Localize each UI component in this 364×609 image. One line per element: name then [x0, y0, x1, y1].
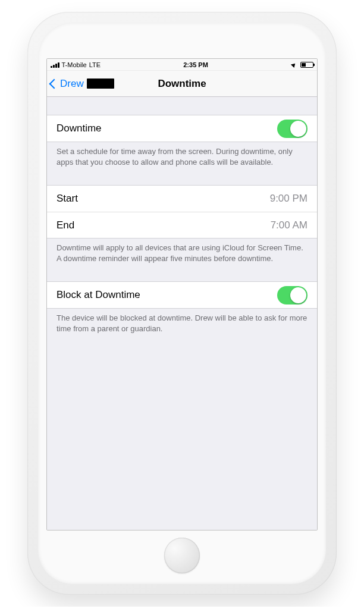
status-bar: T-Mobile LTE 2:35 PM: [47, 59, 317, 71]
block-footer: The device will be blocked at downtime. …: [47, 309, 317, 334]
redacted-text: [87, 79, 114, 89]
block-group: Block at Downtime: [47, 281, 317, 309]
downtime-label: Downtime: [57, 123, 102, 134]
schedule-group: Start 9:00 PM End 7:00 AM: [47, 185, 317, 238]
home-button[interactable]: [164, 538, 200, 573]
start-value: 9:00 PM: [270, 193, 307, 205]
start-label: Start: [57, 193, 78, 205]
toggle-knob: [290, 287, 306, 303]
clock: 2:35 PM: [183, 61, 208, 68]
location-icon: [291, 61, 297, 67]
signal-icon: [51, 62, 59, 68]
back-label: Drew: [60, 78, 84, 90]
battery-icon: [300, 62, 313, 68]
block-toggle[interactable]: [277, 286, 307, 304]
end-value: 7:00 AM: [271, 219, 307, 231]
block-row: Block at Downtime: [47, 282, 317, 308]
network-text: LTE: [89, 61, 101, 68]
downtime-row: Downtime: [47, 115, 317, 142]
back-button[interactable]: Drew: [51, 78, 114, 90]
carrier-text: T-Mobile: [62, 61, 87, 68]
chevron-left-icon: [49, 79, 59, 89]
phone-inner: T-Mobile LTE 2:35 PM Drew Downtime: [38, 23, 326, 584]
nav-bar: Drew Downtime: [47, 71, 317, 97]
end-label: End: [57, 219, 74, 231]
phone-frame: T-Mobile LTE 2:35 PM Drew Downtime: [27, 12, 337, 595]
start-row[interactable]: Start 9:00 PM: [47, 186, 317, 212]
block-label: Block at Downtime: [57, 289, 140, 301]
screen: T-Mobile LTE 2:35 PM Drew Downtime: [46, 58, 318, 530]
schedule-footer: Downtime will apply to all devices that …: [47, 238, 317, 263]
downtime-toggle[interactable]: [277, 120, 307, 138]
settings-body: Downtime Set a schedule for time away fr…: [47, 97, 317, 530]
toggle-knob: [290, 121, 306, 137]
end-row[interactable]: End 7:00 AM: [47, 212, 317, 238]
downtime-group: Downtime: [47, 115, 317, 142]
downtime-footer: Set a schedule for time away from the sc…: [47, 142, 317, 167]
